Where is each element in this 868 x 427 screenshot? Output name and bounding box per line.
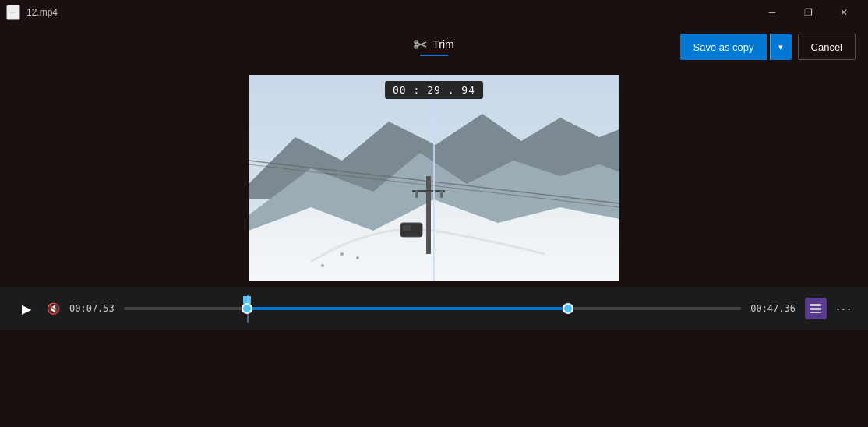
window-controls: ─ ❐ ✕ <box>754 0 862 25</box>
svg-point-17 <box>356 256 359 259</box>
svg-rect-20 <box>810 304 821 306</box>
time-end-label: 00:47.36 <box>750 303 796 314</box>
close-button[interactable]: ✕ <box>826 0 862 25</box>
trim-underline <box>420 55 448 56</box>
cancel-button[interactable]: Cancel <box>798 34 856 60</box>
controls-bar: ▶ 🔇 00:07.53 00:47.36 ··· <box>0 287 868 330</box>
trim-handle-right[interactable] <box>563 303 573 314</box>
volume-button[interactable]: 🔇 <box>47 302 60 315</box>
save-dropdown-button[interactable]: ▾ <box>770 34 792 60</box>
svg-rect-15 <box>403 225 411 231</box>
chapter-svg <box>810 302 822 315</box>
back-button[interactable]: ← <box>6 5 20 20</box>
title-bar-left: ← 12.mp4 <box>6 5 58 20</box>
trim-label: Trim <box>432 38 453 51</box>
slider-track <box>124 307 741 310</box>
trim-icon-text: Trim <box>414 37 453 51</box>
svg-point-18 <box>321 264 324 267</box>
play-button[interactable]: ▶ <box>16 298 37 319</box>
svg-point-16 <box>340 252 344 256</box>
chevron-down-icon: ▾ <box>778 42 783 52</box>
chapter-icon[interactable] <box>805 298 827 319</box>
svg-rect-11 <box>440 190 443 198</box>
trim-handle-left[interactable] <box>242 303 252 314</box>
timestamp-value: 00 : 29 . 94 <box>393 84 475 96</box>
svg-rect-21 <box>810 308 821 310</box>
trim-label-area: Trim <box>414 37 453 56</box>
more-options-button[interactable]: ··· <box>836 301 852 317</box>
trim-slider[interactable] <box>124 295 741 323</box>
restore-button[interactable]: ❐ <box>790 0 826 25</box>
save-as-copy-button[interactable]: Save as copy <box>680 34 766 60</box>
video-area: 00 : 29 . 94 <box>0 69 868 287</box>
slider-range <box>247 307 568 310</box>
svg-rect-10 <box>415 190 418 198</box>
trim-icon <box>414 37 428 51</box>
window-title: 12.mp4 <box>26 7 58 18</box>
svg-rect-8 <box>426 176 431 254</box>
timestamp-tooltip: 00 : 29 . 94 <box>385 81 483 99</box>
play-icon: ▶ <box>22 302 31 316</box>
minimize-button[interactable]: ─ <box>754 0 790 25</box>
time-start-label: 00:07.53 <box>69 303 115 314</box>
more-icon: ··· <box>836 301 852 316</box>
svg-rect-22 <box>810 312 821 313</box>
video-frame: 00 : 29 . 94 <box>249 75 619 281</box>
video-scene <box>249 75 619 281</box>
title-bar: ← 12.mp4 ─ ❐ ✕ <box>0 0 868 25</box>
toolbar: Trim Save as copy ▾ Cancel <box>0 25 868 69</box>
volume-icon: 🔇 <box>47 302 60 315</box>
toolbar-actions: Save as copy ▾ Cancel <box>680 34 856 60</box>
